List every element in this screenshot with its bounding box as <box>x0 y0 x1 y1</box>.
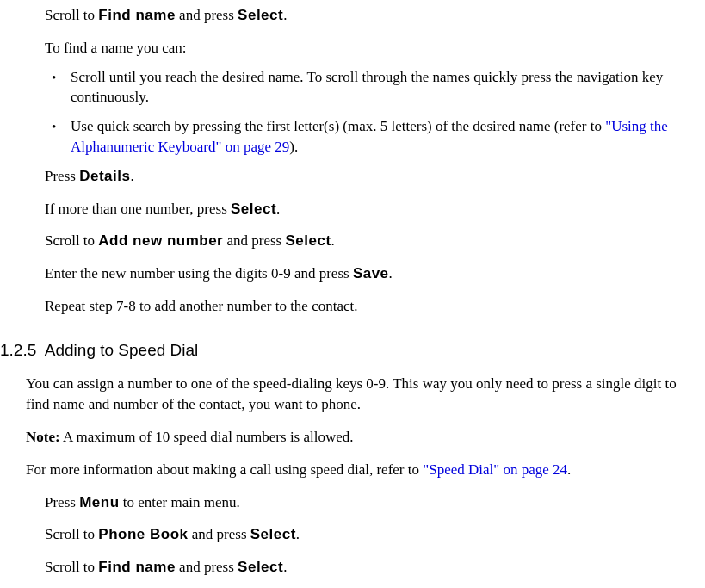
text: . <box>283 559 287 575</box>
ui-label-select: Select <box>250 526 296 542</box>
step-repeat: Repeat step 7-8 to add another number to… <box>45 296 696 317</box>
ui-label-select: Select <box>285 232 331 249</box>
bullet-item: • Scroll until you reach the desired nam… <box>52 67 696 108</box>
section-title: Adding to Speed Dial <box>45 341 199 359</box>
ui-label-add-new-number: Add new number <box>98 232 223 249</box>
step-find-name: Scroll to Find name and press Select. <box>45 5 696 26</box>
text: Press <box>45 494 79 511</box>
note-label: Note: <box>26 429 60 445</box>
ui-label-menu: Menu <box>79 494 119 511</box>
note-paragraph: Note: A maximum of 10 speed dial numbers… <box>26 427 696 448</box>
ui-label-select: Select <box>231 201 276 217</box>
bullet-marker-icon: • <box>52 116 71 158</box>
text: . <box>130 168 133 184</box>
text: . <box>283 7 287 23</box>
ui-label-save: Save <box>353 265 389 282</box>
text: . <box>296 526 300 542</box>
note-text: A maximum of 10 speed dial numbers is al… <box>60 429 354 445</box>
text: Press <box>45 168 79 184</box>
step-add-new-number: Scroll to Add new number and press Selec… <box>45 231 696 251</box>
step-enter-number: Enter the new number using the digits 0-… <box>45 263 696 284</box>
text: Scroll to <box>45 232 98 249</box>
text: and press <box>189 526 250 542</box>
step-find-name-2: Scroll to Find name and press Select. <box>45 557 696 578</box>
bullet-text: Use quick search by pressing the first l… <box>71 116 690 158</box>
text: Enter the new number using the digits 0-… <box>45 265 353 282</box>
step-phone-book: Scroll to Phone Book and press Select. <box>45 524 696 545</box>
text: For more information about making a call… <box>26 461 423 478</box>
bullet-text: Scroll until you reach the desired name.… <box>71 67 690 108</box>
text: Scroll to <box>45 526 98 542</box>
link-speed-dial[interactable]: "Speed Dial" on page 24 <box>423 461 567 478</box>
text: If more than one number, press <box>45 201 231 217</box>
text: . <box>331 232 335 249</box>
bullet-item: • Use quick search by pressing the first… <box>52 116 696 158</box>
text: . <box>389 265 393 282</box>
ui-label-phone-book: Phone Book <box>98 526 188 542</box>
step-press-details: Press Details. <box>45 166 696 187</box>
text: Scroll to <box>45 7 98 23</box>
text: and press <box>223 232 285 249</box>
ui-label-find-name: Find name <box>98 559 176 575</box>
text: and press <box>176 559 238 575</box>
ui-label-details: Details <box>79 168 130 184</box>
section-heading: 1.2.5 Adding to Speed Dial <box>0 339 696 362</box>
paragraph: For more information about making a call… <box>26 460 696 480</box>
text: . <box>567 461 571 478</box>
text: Use quick search by pressing the first l… <box>71 118 605 134</box>
text: and press <box>176 7 238 23</box>
text: . <box>276 201 280 217</box>
ui-label-select: Select <box>238 7 283 23</box>
paragraph: You can assign a number to one of the sp… <box>26 374 696 415</box>
text: to enter main menu. <box>120 494 240 511</box>
substep-intro: To find a name you can: <box>45 38 696 59</box>
section-number: 1.2.5 <box>0 341 36 359</box>
ui-label-select: Select <box>238 559 283 575</box>
bullet-marker-icon: • <box>52 67 71 108</box>
text: Scroll to <box>45 559 98 575</box>
step-more-than-one: If more than one number, press Select. <box>45 199 696 220</box>
ui-label-find-name: Find name <box>98 7 176 23</box>
text: ). <box>289 139 298 155</box>
step-press-menu: Press Menu to enter main menu. <box>45 492 696 513</box>
